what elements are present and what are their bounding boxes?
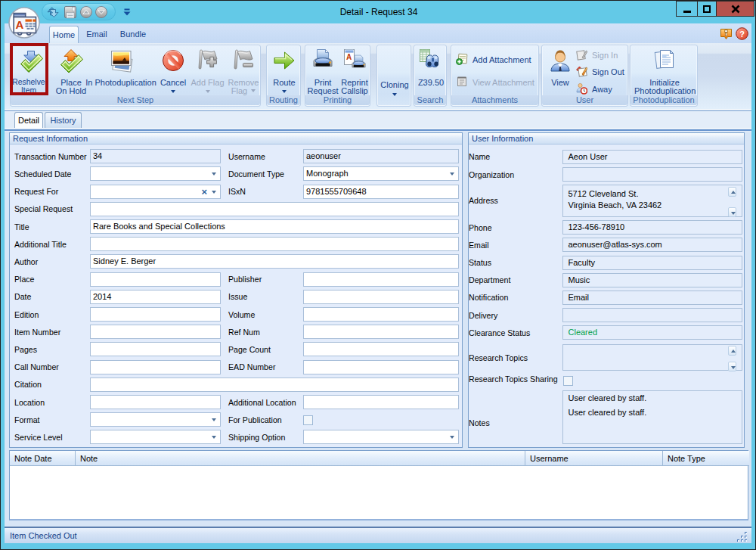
svg-text:A: A bbox=[346, 53, 352, 61]
svg-text:?: ? bbox=[739, 30, 745, 39]
svg-text:A: A bbox=[16, 18, 24, 31]
